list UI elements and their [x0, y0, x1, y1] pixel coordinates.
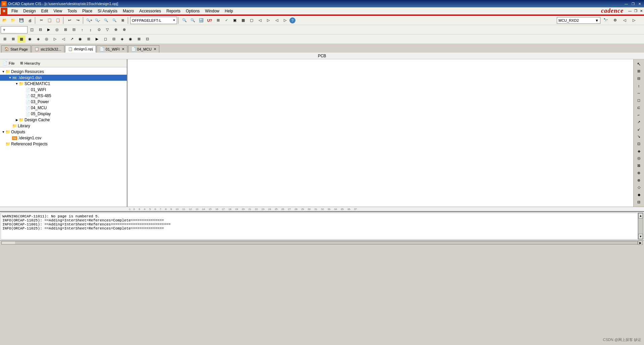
rt-btn1[interactable]: ↖	[635, 61, 643, 67]
offpage-dropdown-arrow[interactable]: ▼	[173, 19, 175, 22]
console-content[interactable]: WARNING(ORCAP-11011): No page is numbere…	[1, 213, 638, 239]
t3-btn2[interactable]: ⊠	[9, 36, 17, 43]
t3-btn14[interactable]: ⊟	[110, 36, 118, 43]
rt-btn5[interactable]: ↔	[635, 90, 643, 96]
tree-design-resources[interactable]: ▼ 📁 Design Resources	[0, 69, 127, 75]
tab-design1[interactable]: 📋 design1.opj	[65, 45, 96, 53]
rt-btn17[interactable]: ⊗	[635, 177, 643, 184]
rt-btn7[interactable]: ⊏	[635, 104, 643, 111]
t3-btn11[interactable]: ⊞	[85, 36, 93, 43]
tb-zoom-in[interactable]: 🔍+	[85, 17, 93, 24]
tb-add[interactable]: ▣	[231, 17, 239, 24]
t2-btn1[interactable]: ◫	[28, 26, 36, 33]
toolbar2-dropdown[interactable]: ▼	[1, 26, 28, 33]
menu-file[interactable]: File	[9, 7, 20, 15]
tree-03power[interactable]: 📄 03_Power	[0, 99, 127, 105]
tb-zoom-in2[interactable]: 🔍	[180, 17, 189, 24]
t3-btn3[interactable]: ▦	[17, 36, 25, 43]
t2-btn2[interactable]: ⊟	[36, 26, 44, 33]
minimize-button[interactable]: —	[623, 1, 629, 6]
expand-design1-dsn[interactable]: ▼	[8, 76, 12, 79]
tb-redo[interactable]: ↪	[74, 17, 82, 24]
tb-save[interactable]: 💾	[17, 17, 25, 24]
tb-right1[interactable]: ◁	[621, 17, 629, 24]
tb-tab2[interactable]: ◁	[256, 17, 264, 24]
tb-print[interactable]: 🖨	[26, 17, 34, 24]
rt-btn15[interactable]: ⊠	[635, 162, 643, 169]
t2-btn4[interactable]: ◎	[53, 26, 61, 33]
tree-outputs[interactable]: ▼ 📁 Outputs	[0, 129, 127, 135]
tree-design1-dsn[interactable]: ▼ RE .\design1.dsn	[0, 75, 127, 81]
rt-btn11[interactable]: ↘	[635, 133, 643, 140]
tab-wifi[interactable]: 📄 01_WIFI ✕	[97, 45, 127, 53]
tb-settings[interactable]: ⚙	[611, 17, 619, 24]
rt-btn19[interactable]: ◆	[635, 192, 643, 198]
t2-btn7[interactable]: ↑	[78, 26, 86, 33]
tab-stc15[interactable]: 📋 stc15l2k32...	[32, 45, 64, 53]
t3-btn9[interactable]: ↗	[68, 36, 76, 43]
tb-new[interactable]: 📂	[1, 17, 9, 24]
t3-btn8[interactable]: ◁	[59, 36, 67, 43]
menu-close[interactable]: ✕	[639, 9, 643, 13]
t3-btn5[interactable]: ◈	[34, 36, 42, 43]
t3-btn10[interactable]: ◉	[76, 36, 84, 43]
tree-05display[interactable]: 📄 05_Display	[0, 111, 127, 117]
tb-check[interactable]: ✓	[222, 17, 230, 24]
restore-button[interactable]: ❐	[630, 1, 636, 6]
tb-tab1[interactable]: ▢	[248, 17, 256, 24]
h-scrollbar[interactable]	[1, 241, 638, 245]
tb-zoom-prev[interactable]: 🔙	[197, 17, 205, 24]
signal-arrow[interactable]: ▼	[595, 18, 599, 22]
tab-mcu-close[interactable]: ✕	[154, 47, 156, 51]
console-scrollbar[interactable]: ▲ ▼	[638, 213, 643, 239]
tb-tab3[interactable]: ▷	[264, 17, 272, 24]
t3-btn17[interactable]: ⊠	[135, 36, 143, 43]
tree-design1-csv[interactable]: RE .\design1.csv	[0, 135, 127, 141]
tb-right2[interactable]: ▷	[630, 17, 638, 24]
t2-btn5[interactable]: ⊞	[61, 26, 69, 33]
menu-design[interactable]: Design	[20, 7, 38, 15]
menu-view[interactable]: View	[51, 7, 65, 15]
t3-btn1[interactable]: ⊞	[1, 36, 9, 43]
t3-btn12[interactable]: ▶	[93, 36, 101, 43]
t2-btn12[interactable]: ⊗	[120, 26, 128, 33]
menu-edit[interactable]: Edit	[39, 7, 51, 15]
tree-schematic1[interactable]: ▼ 📁 SCHEMATIC1	[0, 81, 127, 87]
tb-sync[interactable]: ⊞	[214, 17, 222, 24]
tb-undo[interactable]: ↩	[65, 17, 73, 24]
rt-btn14[interactable]: ◎	[635, 155, 643, 162]
expand-schematic1[interactable]: ▼	[15, 82, 19, 85]
rt-btn2[interactable]: ⊞	[635, 68, 643, 75]
title-controls[interactable]: — ❐ ✕	[623, 1, 643, 6]
menu-accessories[interactable]: Accessories	[137, 7, 164, 15]
t3-btn6[interactable]: ◎	[43, 36, 51, 43]
t2-btn9[interactable]: ⊙	[95, 26, 103, 33]
panel-tab-hierarchy[interactable]: ⊞ Hierarchy	[19, 60, 42, 66]
rt-btn12[interactable]: ⊡	[635, 141, 643, 147]
signal-dropdown[interactable]: MCU_RXD2 ▼	[557, 17, 600, 24]
t2-btn6[interactable]: ⊟	[70, 26, 78, 33]
menu-place[interactable]: Place	[79, 7, 95, 15]
menu-macro[interactable]: Macro	[120, 7, 137, 15]
tab-mcu[interactable]: 📄 04_MCU ✕	[128, 45, 159, 53]
t2-btn3[interactable]: ▶	[45, 26, 53, 33]
scrollbar-up[interactable]: ▲	[638, 213, 643, 218]
tb-tab5[interactable]: ▷	[281, 17, 289, 24]
t3-btn7[interactable]: ▷	[51, 36, 59, 43]
t3-btn13[interactable]: ◻	[101, 36, 109, 43]
tb-tab4[interactable]: ◁	[273, 17, 281, 24]
tb-binoculars[interactable]: 🔭	[602, 17, 610, 24]
rt-btn9[interactable]: ↗	[635, 119, 643, 126]
t3-btn16[interactable]: ◉	[126, 36, 135, 43]
menu-tools[interactable]: Tools	[65, 7, 79, 15]
t2-btn10[interactable]: ▽	[103, 26, 111, 33]
rt-btn10[interactable]: ↙	[635, 126, 643, 133]
tb-open[interactable]: 📁	[9, 17, 17, 24]
tree-02rs485[interactable]: 📄 02_RS-485	[0, 93, 127, 99]
tree-container[interactable]: ▼ 📁 Design Resources ▼ RE .\design1.dsn …	[0, 67, 127, 207]
tb-paste[interactable]: 📋	[54, 17, 62, 24]
rt-btn18[interactable]: ◇	[635, 184, 643, 191]
close-button[interactable]: ✕	[637, 1, 643, 6]
rt-btn3[interactable]: ⊟	[635, 75, 643, 82]
t3-btn18[interactable]: ⊡	[143, 36, 151, 43]
